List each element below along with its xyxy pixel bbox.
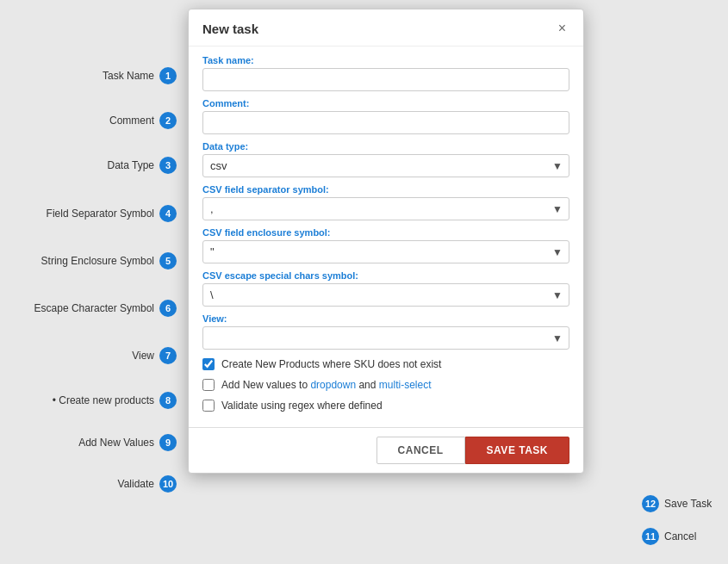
add-new-values-row: Add New values to dropdown and multi-sel… (202, 377, 569, 393)
string-enclosure-group: CSV field enclosure symbol: " ' none ▼ (202, 227, 569, 263)
save-task-button[interactable]: SAVE TASK (465, 437, 569, 464)
data-type-select-wrapper: csv json xml excel ▼ (202, 154, 569, 177)
annotation-7: View 7 (132, 347, 177, 364)
create-products-label[interactable]: Create New Products where SKU does not e… (221, 358, 441, 370)
data-type-select[interactable]: csv json xml excel (202, 154, 569, 177)
escape-char-label: CSV escape special chars symbol: (202, 270, 569, 281)
annotation-label-5: String Enclosure Symbol (41, 255, 154, 267)
right-annotation-label-12: Save Task (664, 498, 712, 510)
annotation-badge-7: 7 (159, 347, 177, 364)
right-annotation-11: 11 Cancel (642, 528, 696, 545)
create-products-row: Create New Products where SKU does not e… (202, 356, 569, 372)
field-separator-select[interactable]: , ; | tab (202, 197, 569, 220)
annotation-badge-9: 9 (159, 434, 177, 451)
annotation-label-4: Field Separator Symbol (47, 208, 154, 220)
cancel-button[interactable]: CANCEL (376, 437, 465, 464)
escape-char-group: CSV escape special chars symbol: \ / non… (202, 270, 569, 307)
right-annotation-badge-12: 12 (642, 495, 659, 512)
annotation-badge-8: 8 (159, 392, 177, 409)
task-name-input[interactable] (202, 68, 569, 91)
dialog-title: New task (202, 22, 258, 36)
annotation-4: Field Separator Symbol 4 (47, 205, 177, 222)
annotation-2: Comment 2 (109, 112, 177, 129)
right-annotation-badge-11: 11 (642, 528, 659, 545)
annotation-5: String Enclosure Symbol 5 (41, 252, 177, 270)
field-separator-select-wrapper: , ; | tab ▼ (202, 197, 569, 220)
comment-input[interactable] (202, 111, 569, 134)
annotation-label-7: View (132, 350, 154, 362)
dialog-header: New task × (189, 9, 583, 46)
comment-group: Comment: (202, 98, 569, 134)
close-button[interactable]: × (555, 20, 569, 37)
validate-checkbox[interactable] (202, 400, 215, 412)
annotation-8: • Create new products 8 (53, 392, 177, 409)
multiselect-link[interactable]: multi-select (379, 379, 432, 391)
annotation-badge-1: 1 (159, 67, 177, 84)
annotation-badge-2: 2 (159, 112, 177, 129)
task-name-group: Task name: (202, 55, 569, 91)
right-annotation-12: 12 Save Task (642, 495, 712, 512)
annotation-9: Add New Values 9 (78, 434, 177, 451)
validate-row: Validate using regex where defined (202, 398, 569, 413)
annotation-badge-3: 3 (159, 157, 177, 174)
escape-char-select[interactable]: \ / none (202, 283, 569, 307)
dropdown-link[interactable]: dropdown (310, 379, 356, 391)
escape-char-select-wrapper: \ / none ▼ (202, 283, 569, 307)
dialog-footer: CANCEL SAVE TASK (189, 427, 583, 473)
field-separator-label: CSV field separator symbol: (202, 184, 569, 195)
string-enclosure-select[interactable]: " ' none (202, 240, 569, 263)
annotation-3: Data Type 3 (108, 157, 177, 174)
annotation-1: Task Name 1 (103, 67, 177, 84)
right-annotations: 11 Cancel 12 Save Task (633, 0, 728, 564)
annotation-label-2: Comment (109, 115, 154, 127)
annotation-label-10: Validate (118, 478, 154, 490)
annotation-badge-6: 6 (159, 300, 177, 317)
view-group: View: ▼ (202, 313, 569, 350)
annotation-10: Validate 10 (118, 475, 177, 493)
data-type-group: Data type: csv json xml excel ▼ (202, 141, 569, 177)
annotation-label-6: Escape Character Symbol (34, 302, 154, 314)
dialog-body: Task name: Comment: Data type: csv json … (189, 46, 583, 427)
annotation-badge-5: 5 (159, 252, 177, 270)
new-task-dialog: New task × Task name: Comment: Data type… (188, 9, 584, 474)
add-new-values-label[interactable]: Add New values to dropdown and multi-sel… (221, 379, 432, 391)
view-label: View: (202, 313, 569, 324)
view-select[interactable] (202, 326, 569, 350)
data-type-label: Data type: (202, 141, 569, 152)
string-enclosure-select-wrapper: " ' none ▼ (202, 240, 569, 263)
task-name-label: Task name: (202, 55, 569, 65)
annotation-badge-4: 4 (159, 205, 177, 222)
create-products-checkbox[interactable] (202, 358, 215, 370)
annotation-label-9: Add New Values (78, 437, 154, 449)
view-select-wrapper: ▼ (202, 326, 569, 350)
annotation-label-8: • Create new products (53, 394, 154, 406)
add-new-values-checkbox[interactable] (202, 379, 215, 391)
annotation-label-3: Data Type (108, 159, 154, 171)
annotation-6: Escape Character Symbol 6 (34, 300, 177, 317)
left-annotations: Task Name 1 Comment 2 Data Type 3 Field … (0, 0, 185, 564)
string-enclosure-label: CSV field enclosure symbol: (202, 227, 569, 238)
annotation-label-1: Task Name (103, 70, 154, 82)
annotation-badge-10: 10 (159, 475, 177, 493)
right-annotation-label-11: Cancel (664, 530, 696, 542)
field-separator-group: CSV field separator symbol: , ; | tab ▼ (202, 184, 569, 220)
comment-label: Comment: (202, 98, 569, 108)
validate-label[interactable]: Validate using regex where defined (221, 400, 383, 412)
